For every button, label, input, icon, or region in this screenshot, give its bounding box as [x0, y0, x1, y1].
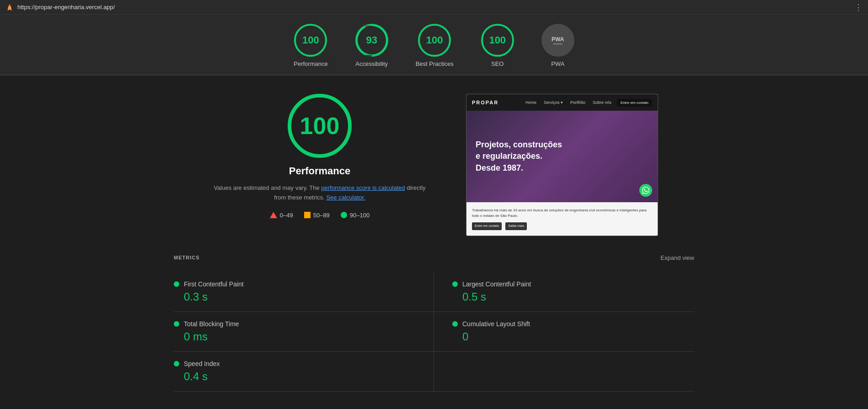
metrics-header: METRICS Expand view — [174, 254, 694, 263]
metrics-section: METRICS Expand view First Contentful Pai… — [0, 254, 868, 409]
metric-dot-cls — [452, 321, 458, 327]
metric-dot-si — [174, 361, 179, 366]
metric-value-fcp: 0.3 s — [174, 291, 415, 303]
score-label-seo: SEO — [491, 60, 504, 67]
top-bar-left: https://propar-engenharia.vercel.app/ — [5, 3, 115, 11]
metric-dot-lcp — [452, 281, 458, 287]
lighthouse-icon — [5, 3, 14, 11]
score-item-performance[interactable]: 100 Performance — [294, 24, 327, 67]
performance-score-link[interactable]: performance score is calculated — [321, 184, 405, 191]
legend-dot-green — [341, 212, 347, 218]
top-bar: https://propar-engenharia.vercel.app/ ⋮ — [0, 0, 868, 15]
more-menu-button[interactable]: ⋮ — [854, 2, 863, 12]
metric-value-tbt: 0 ms — [174, 330, 415, 343]
legend-icon-orange — [304, 212, 311, 218]
metric-item-tbt: Total Blocking Time 0 ms — [174, 312, 434, 352]
svg-marker-1 — [8, 6, 12, 11]
metric-header-lcp: Largest Contentful Paint — [452, 280, 694, 288]
main-content: 100 Performance Values are estimated and… — [0, 75, 868, 254]
preview-logo: PROPAR — [472, 100, 498, 105]
pwa-label-inside: PWA — [552, 36, 564, 43]
calculator-link[interactable]: See calculator. — [326, 194, 365, 201]
preview-small-btn-know: Saiba mais — [505, 222, 527, 230]
preview-body-text: Trabalhamos há mais de 33 anos em busca … — [472, 208, 647, 218]
legend-range-red: 0–49 — [280, 212, 293, 219]
big-score-title: Performance — [289, 165, 351, 177]
metric-name-lcp: Largest Contentful Paint — [462, 280, 531, 288]
score-value-best-practices: 100 — [426, 34, 443, 46]
legend-icon-red — [270, 212, 277, 218]
preview-nav-services: Serviços ▾ — [544, 100, 563, 105]
metric-item-lcp: Largest Contentful Paint 0.5 s — [434, 272, 694, 312]
preview-hero: Projetos, construções e regularizações. … — [466, 111, 658, 202]
legend-item-orange: 50–89 — [304, 212, 330, 219]
score-label-best-practices: Best Practices — [416, 60, 454, 67]
metric-name-tbt: Total Blocking Time — [184, 320, 239, 328]
metric-name-cls: Cumulative Layout Shift — [462, 320, 530, 328]
score-circle-seo: 100 — [481, 24, 514, 57]
score-description: Values are estimated and may vary. The p… — [210, 183, 429, 203]
score-circle-accessibility: 93 — [355, 24, 388, 57]
metric-header-tbt: Total Blocking Time — [174, 320, 415, 328]
score-circle-performance: 100 — [294, 24, 327, 57]
pwa-dash — [553, 43, 563, 44]
score-label-performance: Performance — [294, 60, 327, 67]
metric-item-empty — [434, 352, 694, 392]
score-item-accessibility[interactable]: 93 Accessibility — [355, 24, 388, 67]
big-score-value: 100 — [300, 112, 340, 140]
score-value-accessibility: 93 — [366, 34, 377, 46]
left-panel: 100 Performance Values are estimated and… — [210, 94, 429, 236]
right-panel: PROPAR Home Serviços ▾ Portfólio Sobre n… — [466, 94, 658, 236]
metric-item-si: Speed Index 0.4 s — [174, 352, 434, 392]
metric-name-fcp: First Contentful Paint — [184, 280, 244, 288]
preview-nav: PROPAR Home Serviços ▾ Portfólio Sobre n… — [466, 94, 658, 111]
preview-nav-portfolio: Portfólio — [570, 100, 585, 105]
preview-whatsapp-icon — [639, 184, 652, 197]
metric-dot-tbt — [174, 321, 179, 327]
score-item-pwa[interactable]: PWA PWA — [541, 24, 574, 67]
legend-range-green: 90–100 — [350, 212, 370, 219]
metric-value-cls: 0 — [452, 330, 694, 343]
legend-range-orange: 50–89 — [313, 212, 330, 219]
score-circle-best-practices: 100 — [418, 24, 451, 57]
metric-header-fcp: First Contentful Paint — [174, 280, 415, 288]
legend-item-green: 90–100 — [341, 212, 370, 219]
preview-body-section: Trabalhamos há mais de 33 anos em busca … — [466, 202, 658, 236]
preview-cta-button: Entre em contato — [617, 99, 652, 107]
preview-nav-about: Sobre nós — [593, 100, 611, 105]
url-text: https://propar-engenharia.vercel.app/ — [17, 4, 115, 11]
expand-view-button[interactable]: Expand view — [660, 254, 694, 261]
metric-header-si: Speed Index — [174, 360, 415, 367]
score-label-pwa: PWA — [551, 60, 564, 67]
preview-hero-text: Projetos, construções e regularizações. … — [476, 139, 567, 174]
preview-nav-links: Home Serviços ▾ Portfólio Sobre nós — [525, 100, 611, 105]
website-preview: PROPAR Home Serviços ▾ Portfólio Sobre n… — [466, 94, 658, 236]
metric-header-cls: Cumulative Layout Shift — [452, 320, 694, 328]
score-item-best-practices[interactable]: 100 Best Practices — [416, 24, 454, 67]
metric-value-si: 0.4 s — [174, 370, 415, 383]
metrics-grid: First Contentful Paint 0.3 s Largest Con… — [174, 272, 694, 392]
score-circle-pwa: PWA — [541, 24, 574, 57]
metric-dot-fcp — [174, 281, 179, 287]
metric-value-lcp: 0.5 s — [452, 291, 694, 303]
metric-item-fcp: First Contentful Paint 0.3 s — [174, 272, 434, 312]
description-text: Values are estimated and may vary. The — [214, 184, 319, 191]
score-label-accessibility: Accessibility — [355, 60, 388, 67]
metric-name-si: Speed Index — [184, 360, 220, 367]
metrics-title: METRICS — [174, 255, 200, 260]
score-value-seo: 100 — [489, 34, 506, 46]
preview-nav-home: Home — [525, 100, 536, 105]
legend-item-red: 0–49 — [270, 212, 293, 219]
metric-item-cls: Cumulative Layout Shift 0 — [434, 312, 694, 352]
preview-btn-row: Entre em contato Saiba mais — [472, 222, 652, 230]
score-value-performance: 100 — [302, 34, 319, 46]
score-item-seo[interactable]: 100 SEO — [481, 24, 514, 67]
scores-header: 100 Performance 93 Accessibility 100 Bes… — [0, 15, 868, 75]
big-score-circle: 100 — [288, 94, 352, 158]
preview-small-btn-contact: Entre em contato — [472, 222, 502, 230]
legend: 0–49 50–89 90–100 — [270, 212, 370, 219]
